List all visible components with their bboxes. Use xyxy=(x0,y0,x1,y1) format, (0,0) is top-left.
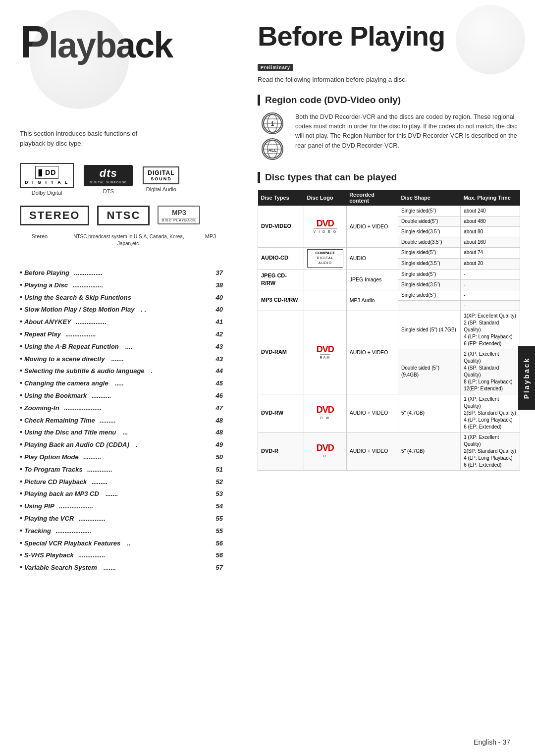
stereo-logo: STEREO xyxy=(20,206,89,225)
dvd-video-text: V I D E O xyxy=(314,228,337,234)
disc-time-cell: about 74 xyxy=(461,247,520,258)
disc-shape-cell: 5" (4.7GB) xyxy=(398,432,461,470)
dolby-logo: ▮ DD D I G I T A L xyxy=(20,163,74,188)
logos-row-2-wrapper: STEREO NTSC MP3 DISC PLAYBACK Stereo NTS… xyxy=(20,206,223,247)
disc-type-cell: DVD-RW xyxy=(258,394,304,432)
disc-time-cell: - xyxy=(461,279,520,290)
right-content: Preliminary Read the following informati… xyxy=(238,62,535,481)
dvd-logo: DVD xyxy=(317,219,334,228)
dts-text: dts xyxy=(100,167,117,180)
region-section: Region code (DVD-Video only) 1 xyxy=(258,95,520,160)
disc-type-cell: DVD-VIDEO xyxy=(258,206,304,247)
svg-text:1: 1 xyxy=(271,120,274,127)
right-panel: Before Playing Preliminary Read the foll… xyxy=(238,0,535,756)
col-disc-types: Disc Types xyxy=(258,190,304,206)
disc-shape-cell: Single sided(3.5") xyxy=(398,279,461,290)
disc-time-cell: 2 (XP: Excellent Quality) 4 (SP: Standar… xyxy=(461,349,520,394)
left-intro-text: This section introduces basic functions … xyxy=(20,129,159,148)
disc-time-cell: about 160 xyxy=(461,237,520,247)
disc-logo-cell: DVDRAM xyxy=(304,311,347,394)
disc-content-cell: AUDIO + VIDEO xyxy=(346,206,398,247)
toc-item: •Zooming-In .....................47 xyxy=(20,402,223,414)
disc-time-cell: 1 (XP: Excellent Quality) 2(SP: Standard… xyxy=(461,394,520,432)
table-row: JPEG CD-R/RWJPEG ImagesSingle sided(5")- xyxy=(258,269,520,279)
table-row: DVD-RAMDVDRAMAUDIO + VIDEOSingle sided (… xyxy=(258,311,520,349)
toc-item: •Before Playing ................37 xyxy=(20,267,223,278)
region-section-title: Region code (DVD-Video only) xyxy=(258,95,520,106)
disc-decoration xyxy=(30,10,129,109)
dolby-d-icon: ▮ xyxy=(38,167,43,178)
disc-shape-cell: Double sided(5") xyxy=(398,216,461,226)
dolby-dd: ▮ DD xyxy=(35,166,58,179)
digital-sound-label: Digital Audio xyxy=(146,186,176,192)
logos-row-1: ▮ DD D I G I T A L Dolby Digital dts DIG… xyxy=(20,163,223,196)
logo-labels-row: Stereo NTSC broadcast system in U.S.A, C… xyxy=(20,233,223,247)
toc-item: •To Program Tracks ..............51 xyxy=(20,464,223,475)
toc-item: •Using the Disc and Title menu ...48 xyxy=(20,427,223,438)
disc-logo-cell: COMPACTDIGITAL AUDIO xyxy=(304,247,347,269)
toc-item: •Playing back an MP3 CD .......53 xyxy=(20,488,223,499)
toc-item: •Using PIP ...................54 xyxy=(20,500,223,512)
dolby-digital-text: D I G I T A L xyxy=(25,180,69,185)
left-panel: Playback This section introduces basic f… xyxy=(0,0,238,756)
stereo-logo-box: STEREO xyxy=(20,206,89,225)
digital-sound-title: DIGITAL xyxy=(148,169,174,176)
disc-shape-cell: Single sided(3.5") xyxy=(398,258,461,269)
toc-list: •Before Playing ................37•Playi… xyxy=(20,267,223,573)
ntsc-logo-box: NTSC xyxy=(97,206,150,225)
region-icons: 1 ALL xyxy=(258,112,287,160)
dolby-logo-box: ▮ DD D I G I T A L Dolby Digital xyxy=(20,163,74,196)
mp3-disc-text: DISC PLAYBACK xyxy=(161,218,196,222)
toc-item: •Check Remaining Time .........48 xyxy=(20,415,223,426)
region-all-icon: ALL xyxy=(262,138,283,160)
table-row: DVD-RDVDRAUDIO + VIDEO5" (4.7GB)1 (XP: E… xyxy=(258,432,520,470)
disc-table: Disc Types Disc Logo Recorded content Di… xyxy=(258,190,520,471)
digital-sound-sub: SOUND xyxy=(148,176,174,181)
disc-shape-cell: Single sided(5") xyxy=(398,290,461,300)
toc-item: •Using the Bookmark ...........46 xyxy=(20,390,223,401)
disc-shape-cell: Single sided(3.5") xyxy=(398,226,461,237)
col-disc-logo: Disc Logo xyxy=(304,190,347,206)
toc-item: •Tracking ....................55 xyxy=(20,525,223,537)
toc-item: •About ANYKEY .................41 xyxy=(20,316,223,327)
disc-logo-cell: DVDV I D E O xyxy=(304,206,347,247)
stereo-label: Stereo xyxy=(20,233,59,239)
toc-item: •Slow Motion Play / Step Motion Play . .… xyxy=(20,304,223,315)
page-footer: English - 37 xyxy=(474,738,510,746)
toc-item: •Playing Back an Audio CD (CDDA) .49 xyxy=(20,439,223,450)
disc-time-cell: about 20 xyxy=(461,258,520,269)
table-row: AUDIO-CDCOMPACTDIGITAL AUDIOAUDIOSingle … xyxy=(258,247,520,258)
disc-time-cell: 1(XP: Excellent Quality) 2 (SP: Standard… xyxy=(461,311,520,349)
disc-type-cell: AUDIO-CD xyxy=(258,247,304,269)
disc-time-cell: - xyxy=(461,290,520,300)
toc-item: •Play Option Mode ..........50 xyxy=(20,451,223,463)
logos-row-2: STEREO NTSC MP3 DISC PLAYBACK xyxy=(20,206,223,225)
toc-item: •Moving to a scene directly .......43 xyxy=(20,353,223,365)
dvd-r-logo: DVDR xyxy=(307,443,343,459)
disc-shape-cell: 5" (4.7GB) xyxy=(398,394,461,432)
col-recorded-content: Recorded content xyxy=(346,190,398,206)
disc-shape-cell: Single sided(5") xyxy=(398,269,461,279)
disc-type-cell: JPEG CD-R/RW xyxy=(258,269,304,290)
dts-logo: dts DIGITAL SURROUND xyxy=(84,165,133,186)
disc-time-cell: about 80 xyxy=(461,226,520,237)
disc-section: Disc types that can be played Disc Types… xyxy=(258,172,520,471)
before-playing-intro: Read the following information before pl… xyxy=(258,75,520,85)
toc-item: •Using the A-B Repeat Function ....43 xyxy=(20,341,223,352)
toc-item: •Special VCR Playback Features ..56 xyxy=(20,538,223,549)
disc-type-cell: DVD-RAM xyxy=(258,311,304,394)
mp3-label: MP3 xyxy=(198,233,223,239)
col-max-playing-time: Max. Playing Time xyxy=(461,190,520,206)
table-row: DVD-RWDVDR WAUDIO + VIDEO5" (4.7GB)1 (XP… xyxy=(258,394,520,432)
disc-content-cell: AUDIO + VIDEO xyxy=(346,311,398,394)
disc-shape-cell: Single sided(5") xyxy=(398,247,461,258)
table-row: MP3 CD-R/RWMP3 AudioSingle sided(5")- xyxy=(258,290,520,300)
toc-item: •Repeat Play .................42 xyxy=(20,328,223,340)
disc-logo-cell xyxy=(304,290,347,311)
digital-sound-logo-box: DIGITAL SOUND Digital Audio xyxy=(143,166,179,192)
disc-shape-cell: Single sided (5") (4.7GB) xyxy=(398,311,461,349)
disc-time-cell: about 240 xyxy=(461,206,520,216)
toc-item: •Using the Search & Skip Functions 40 xyxy=(20,292,223,303)
col-disc-shape: Disc Shape xyxy=(398,190,461,206)
mp3-logo: MP3 DISC PLAYBACK xyxy=(158,206,200,224)
